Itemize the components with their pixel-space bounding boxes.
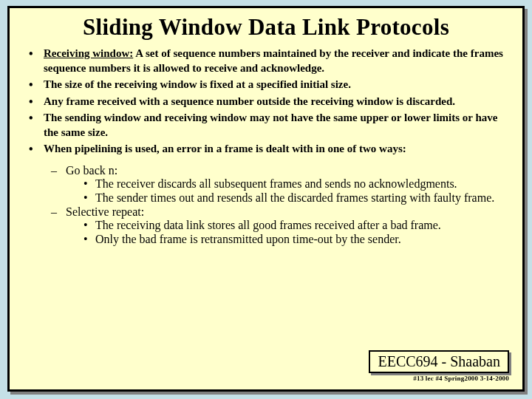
- main-bullet-list: Receiving window: A set of sequence numb…: [26, 47, 506, 157]
- point-item: The receiver discards all subsequent fra…: [82, 177, 506, 191]
- method-points: The receiver discards all subsequent fra…: [66, 177, 506, 205]
- method-name: Selective repeat:: [66, 205, 144, 218]
- bullet-text: The sending window and receiving window …: [44, 112, 498, 138]
- course-badge: EECC694 - Shaaban: [369, 350, 509, 373]
- method-list: Go back n: The receiver discards all sub…: [26, 164, 506, 246]
- bullet-text: When pipelining is used, an error in a f…: [44, 143, 406, 154]
- bullet-item: When pipelining is used, an error in a f…: [26, 142, 506, 157]
- bullet-item: The size of the receiving window is fixe…: [26, 78, 506, 92]
- method-points: The receiving data link stores all good …: [66, 219, 506, 246]
- bullet-text: The size of the receiving window is fixe…: [44, 78, 351, 90]
- point-item: The sender times out and resends all the…: [82, 191, 506, 205]
- bullet-item: Receiving window: A set of sequence numb…: [26, 47, 506, 75]
- point-item: Only the bad frame is retransmitted upon…: [82, 233, 506, 246]
- point-item: The receiving data link stores all good …: [82, 219, 506, 232]
- method-item: Selective repeat: The receiving data lin…: [51, 205, 506, 246]
- footer: EECC694 - Shaaban #13 lec #4 Spring2000 …: [369, 350, 509, 382]
- lecture-info: #13 lec #4 Spring2000 3-14-2000: [369, 375, 509, 382]
- term-label: Receiving window:: [44, 47, 133, 59]
- bullet-item: Any frame received with a sequence numbe…: [26, 95, 506, 109]
- bullet-item: The sending window and receiving window …: [26, 111, 506, 140]
- method-item: Go back n: The receiver discards all sub…: [51, 164, 506, 205]
- bullet-text: Any frame received with a sequence numbe…: [44, 95, 455, 107]
- method-name: Go back n:: [66, 164, 117, 177]
- slide-container: Sliding Window Data Link Protocols Recei…: [7, 6, 525, 392]
- slide-title: Sliding Window Data Link Protocols: [26, 14, 506, 41]
